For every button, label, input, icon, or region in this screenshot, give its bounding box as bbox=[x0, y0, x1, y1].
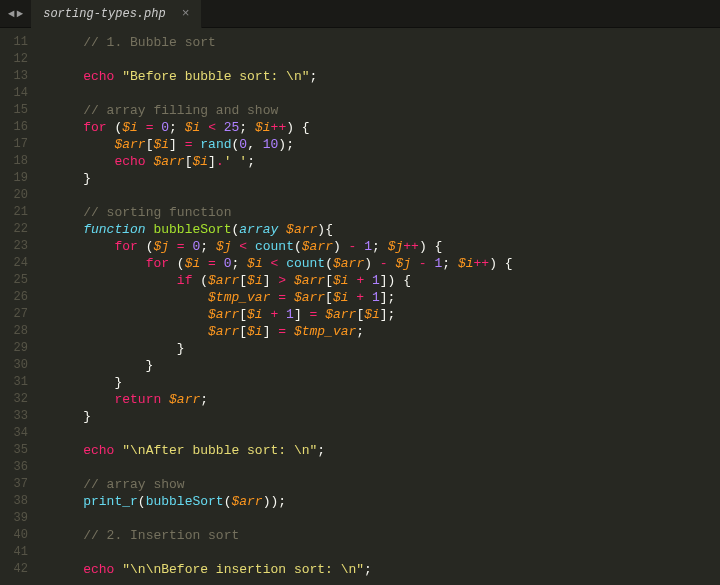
code-line: // 2. Insertion sort bbox=[52, 527, 513, 544]
line-number: 26 bbox=[0, 289, 28, 306]
code-line: } bbox=[52, 357, 513, 374]
line-number: 19 bbox=[0, 170, 28, 187]
line-number: 42 bbox=[0, 561, 28, 578]
line-number: 36 bbox=[0, 459, 28, 476]
code-line: } bbox=[52, 170, 513, 187]
editor: 1112131415161718192021222324252627282930… bbox=[0, 28, 720, 585]
code-line: echo "\nAfter bubble sort: \n"; bbox=[52, 442, 513, 459]
titlebar: ◄ ► sorting-types.php × bbox=[0, 0, 720, 28]
code-line: } bbox=[52, 340, 513, 357]
line-number: 32 bbox=[0, 391, 28, 408]
line-number: 35 bbox=[0, 442, 28, 459]
code-line bbox=[52, 425, 513, 442]
line-number: 28 bbox=[0, 323, 28, 340]
code-line bbox=[52, 459, 513, 476]
code-line: } bbox=[52, 374, 513, 391]
line-number: 20 bbox=[0, 187, 28, 204]
line-number: 24 bbox=[0, 255, 28, 272]
code-line: echo "\n\nBefore insertion sort: \n"; bbox=[52, 561, 513, 578]
code-line: for ($j = 0; $j < count($arr) - 1; $j++)… bbox=[52, 238, 513, 255]
line-number: 38 bbox=[0, 493, 28, 510]
code-line: // sorting function bbox=[52, 204, 513, 221]
line-number: 39 bbox=[0, 510, 28, 527]
line-number: 40 bbox=[0, 527, 28, 544]
code-line: print_r(bubbleSort($arr)); bbox=[52, 493, 513, 510]
code-line: return $arr; bbox=[52, 391, 513, 408]
line-number: 18 bbox=[0, 153, 28, 170]
code-line: $arr[$i] = rand(0, 10); bbox=[52, 136, 513, 153]
code-line bbox=[52, 510, 513, 527]
line-number: 27 bbox=[0, 306, 28, 323]
line-number: 12 bbox=[0, 51, 28, 68]
line-number: 37 bbox=[0, 476, 28, 493]
code-line: echo $arr[$i].' '; bbox=[52, 153, 513, 170]
code-line: $arr[$i + 1] = $arr[$i]; bbox=[52, 306, 513, 323]
code-line: } bbox=[52, 408, 513, 425]
code-line bbox=[52, 85, 513, 102]
code-line: $tmp_var = $arr[$i + 1]; bbox=[52, 289, 513, 306]
line-number: 13 bbox=[0, 68, 28, 85]
line-gutter: 1112131415161718192021222324252627282930… bbox=[0, 28, 38, 585]
nav-back-icon[interactable]: ◄ bbox=[8, 8, 15, 20]
code-line: for ($i = 0; $i < count($arr) - $j - 1; … bbox=[52, 255, 513, 272]
line-number: 29 bbox=[0, 340, 28, 357]
line-number: 41 bbox=[0, 544, 28, 561]
line-number: 21 bbox=[0, 204, 28, 221]
code-line: for ($i = 0; $i < 25; $i++) { bbox=[52, 119, 513, 136]
code-line bbox=[52, 544, 513, 561]
code-line: // array filling and show bbox=[52, 102, 513, 119]
code-line: echo "Before bubble sort: \n"; bbox=[52, 68, 513, 85]
line-number: 33 bbox=[0, 408, 28, 425]
tab-filename: sorting-types.php bbox=[43, 7, 165, 21]
line-number: 25 bbox=[0, 272, 28, 289]
line-number: 16 bbox=[0, 119, 28, 136]
line-number: 34 bbox=[0, 425, 28, 442]
line-number: 23 bbox=[0, 238, 28, 255]
code-line bbox=[52, 187, 513, 204]
line-number: 22 bbox=[0, 221, 28, 238]
code-line: // 1. Bubble sort bbox=[52, 34, 513, 51]
close-icon[interactable]: × bbox=[182, 6, 190, 21]
line-number: 15 bbox=[0, 102, 28, 119]
code-line: // array show bbox=[52, 476, 513, 493]
line-number: 17 bbox=[0, 136, 28, 153]
line-number: 14 bbox=[0, 85, 28, 102]
code-area[interactable]: // 1. Bubble sort echo "Before bubble so… bbox=[38, 28, 513, 585]
line-number: 30 bbox=[0, 357, 28, 374]
code-line bbox=[52, 51, 513, 68]
code-line: function bubbleSort(array $arr){ bbox=[52, 221, 513, 238]
file-tab[interactable]: sorting-types.php × bbox=[31, 0, 202, 28]
nav-arrows: ◄ ► bbox=[0, 8, 31, 20]
code-line: $arr[$i] = $tmp_var; bbox=[52, 323, 513, 340]
line-number: 11 bbox=[0, 34, 28, 51]
code-line: if ($arr[$i] > $arr[$i + 1]) { bbox=[52, 272, 513, 289]
nav-forward-icon[interactable]: ► bbox=[17, 8, 24, 20]
line-number: 31 bbox=[0, 374, 28, 391]
